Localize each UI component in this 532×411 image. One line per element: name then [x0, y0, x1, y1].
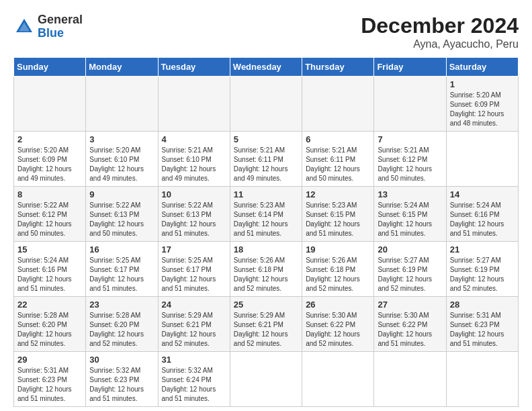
cell-info: Sunrise: 5:30 AM Sunset: 6:22 PM Dayligh… — [378, 311, 442, 349]
month-title: December 2024 — [361, 13, 519, 38]
cell-info: Sunrise: 5:28 AM Sunset: 6:20 PM Dayligh… — [17, 311, 82, 349]
calendar-cell: 30 Sunrise: 5:32 AM Sunset: 6:23 PM Dayl… — [86, 352, 158, 407]
header-row: SundayMondayTuesdayWednesdayThursdayFrid… — [14, 58, 519, 77]
day-number: 25 — [234, 300, 298, 310]
calendar-cell: 18 Sunrise: 5:26 AM Sunset: 6:18 PM Dayl… — [230, 242, 302, 297]
location: Ayna, Ayacucho, Peru — [361, 38, 519, 50]
calendar-cell: 8 Sunrise: 5:22 AM Sunset: 6:12 PM Dayli… — [14, 187, 86, 242]
day-number: 26 — [306, 300, 370, 310]
cell-info: Sunrise: 5:24 AM Sunset: 6:16 PM Dayligh… — [17, 256, 82, 293]
day-number: 5 — [234, 134, 298, 144]
header-day: Monday — [86, 58, 158, 77]
cell-info: Sunrise: 5:21 AM Sunset: 6:11 PM Dayligh… — [306, 146, 370, 183]
cell-info: Sunrise: 5:26 AM Sunset: 6:18 PM Dayligh… — [306, 256, 370, 293]
calendar-cell: 7 Sunrise: 5:21 AM Sunset: 6:12 PM Dayli… — [374, 132, 446, 187]
calendar-cell: 2 Sunrise: 5:20 AM Sunset: 6:09 PM Dayli… — [14, 132, 86, 187]
calendar-cell: 21 Sunrise: 5:27 AM Sunset: 6:19 PM Dayl… — [446, 242, 518, 297]
calendar-cell: 6 Sunrise: 5:21 AM Sunset: 6:11 PM Dayli… — [302, 132, 374, 187]
day-number: 11 — [234, 189, 298, 199]
header-day: Thursday — [302, 58, 374, 77]
calendar-cell: 4 Sunrise: 5:21 AM Sunset: 6:10 PM Dayli… — [158, 132, 230, 187]
day-number: 21 — [450, 244, 515, 255]
calendar-cell — [302, 352, 374, 407]
calendar-row: 2 Sunrise: 5:20 AM Sunset: 6:09 PM Dayli… — [14, 132, 519, 187]
logo-icon — [13, 16, 35, 38]
calendar-cell: 10 Sunrise: 5:22 AM Sunset: 6:13 PM Dayl… — [158, 187, 230, 242]
day-number: 17 — [162, 244, 226, 255]
cell-info: Sunrise: 5:25 AM Sunset: 6:17 PM Dayligh… — [162, 256, 226, 293]
calendar-cell: 11 Sunrise: 5:23 AM Sunset: 6:14 PM Dayl… — [230, 187, 302, 242]
cell-info: Sunrise: 5:21 AM Sunset: 6:12 PM Dayligh… — [378, 146, 442, 183]
day-number: 7 — [378, 134, 442, 144]
calendar-cell — [86, 77, 158, 132]
day-number: 16 — [89, 244, 154, 255]
calendar-cell: 25 Sunrise: 5:29 AM Sunset: 6:21 PM Dayl… — [230, 297, 302, 352]
calendar-cell — [446, 132, 518, 187]
cell-info: Sunrise: 5:22 AM Sunset: 6:13 PM Dayligh… — [162, 201, 226, 238]
cell-info: Sunrise: 5:21 AM Sunset: 6:11 PM Dayligh… — [234, 146, 298, 183]
logo-text: General Blue — [38, 13, 83, 40]
cell-info: Sunrise: 5:22 AM Sunset: 6:13 PM Dayligh… — [89, 201, 154, 238]
calendar-cell — [374, 77, 446, 132]
cell-info: Sunrise: 5:24 AM Sunset: 6:16 PM Dayligh… — [450, 201, 515, 238]
calendar-cell: 15 Sunrise: 5:24 AM Sunset: 6:16 PM Dayl… — [14, 242, 86, 297]
calendar-cell: 27 Sunrise: 5:30 AM Sunset: 6:22 PM Dayl… — [374, 297, 446, 352]
calendar-row: 22 Sunrise: 5:28 AM Sunset: 6:20 PM Dayl… — [14, 297, 519, 352]
calendar-cell: 26 Sunrise: 5:30 AM Sunset: 6:22 PM Dayl… — [302, 297, 374, 352]
calendar-cell — [230, 77, 302, 132]
day-number: 1 — [450, 79, 515, 89]
cell-info: Sunrise: 5:20 AM Sunset: 6:10 PM Dayligh… — [89, 146, 154, 183]
day-number: 13 — [378, 189, 442, 199]
cell-info: Sunrise: 5:27 AM Sunset: 6:19 PM Dayligh… — [450, 256, 515, 293]
cell-info: Sunrise: 5:23 AM Sunset: 6:14 PM Dayligh… — [234, 201, 298, 238]
day-number: 24 — [162, 300, 226, 310]
day-number: 4 — [162, 134, 226, 144]
day-number: 19 — [306, 244, 370, 255]
day-number: 6 — [306, 134, 370, 144]
calendar-cell: 29 Sunrise: 5:31 AM Sunset: 6:23 PM Dayl… — [14, 352, 86, 407]
calendar-cell: 9 Sunrise: 5:22 AM Sunset: 6:13 PM Dayli… — [86, 187, 158, 242]
cell-info: Sunrise: 5:28 AM Sunset: 6:20 PM Dayligh… — [89, 311, 154, 349]
day-number: 28 — [450, 300, 515, 310]
calendar-table: SundayMondayTuesdayWednesdayThursdayFrid… — [13, 57, 519, 407]
header-day: Wednesday — [230, 58, 302, 77]
calendar-cell: 23 Sunrise: 5:28 AM Sunset: 6:20 PM Dayl… — [86, 297, 158, 352]
day-number: 29 — [17, 355, 82, 365]
day-number: 23 — [89, 300, 154, 310]
day-number: 9 — [89, 189, 154, 199]
cell-info: Sunrise: 5:29 AM Sunset: 6:21 PM Dayligh… — [162, 311, 226, 349]
calendar-cell: 19 Sunrise: 5:26 AM Sunset: 6:18 PM Dayl… — [302, 242, 374, 297]
cell-info: Sunrise: 5:32 AM Sunset: 6:24 PM Dayligh… — [162, 366, 226, 404]
calendar-cell: 5 Sunrise: 5:21 AM Sunset: 6:11 PM Dayli… — [230, 132, 302, 187]
cell-info: Sunrise: 5:20 AM Sunset: 6:09 PM Dayligh… — [450, 91, 515, 128]
cell-info: Sunrise: 5:27 AM Sunset: 6:19 PM Dayligh… — [378, 256, 442, 293]
calendar-cell: 12 Sunrise: 5:23 AM Sunset: 6:15 PM Dayl… — [302, 187, 374, 242]
day-number: 8 — [17, 189, 82, 199]
cell-info: Sunrise: 5:32 AM Sunset: 6:23 PM Dayligh… — [89, 366, 154, 404]
calendar-row: 8 Sunrise: 5:22 AM Sunset: 6:12 PM Dayli… — [14, 187, 519, 242]
page-header: General Blue December 2024 Ayna, Ayacuch… — [13, 13, 519, 50]
calendar-cell — [230, 352, 302, 407]
cell-info: Sunrise: 5:24 AM Sunset: 6:15 PM Dayligh… — [378, 201, 442, 238]
calendar-row: 15 Sunrise: 5:24 AM Sunset: 6:16 PM Dayl… — [14, 242, 519, 297]
header-day: Friday — [374, 58, 446, 77]
day-number: 30 — [89, 355, 154, 365]
calendar-row: 1 Sunrise: 5:20 AM Sunset: 6:09 PM Dayli… — [14, 77, 519, 132]
cell-info: Sunrise: 5:26 AM Sunset: 6:18 PM Dayligh… — [234, 256, 298, 293]
logo: General Blue — [13, 13, 83, 40]
calendar-cell: 31 Sunrise: 5:32 AM Sunset: 6:24 PM Dayl… — [158, 352, 230, 407]
day-number: 18 — [234, 244, 298, 255]
calendar-cell: 20 Sunrise: 5:27 AM Sunset: 6:19 PM Dayl… — [374, 242, 446, 297]
calendar-row: 29 Sunrise: 5:31 AM Sunset: 6:23 PM Dayl… — [14, 352, 519, 407]
day-number: 22 — [17, 300, 82, 310]
day-number: 12 — [306, 189, 370, 199]
day-number: 31 — [162, 355, 226, 365]
cell-info: Sunrise: 5:21 AM Sunset: 6:10 PM Dayligh… — [162, 146, 226, 183]
calendar-cell: 1 Sunrise: 5:20 AM Sunset: 6:09 PM Dayli… — [446, 77, 518, 132]
day-number: 20 — [378, 244, 442, 255]
calendar-cell: 17 Sunrise: 5:25 AM Sunset: 6:17 PM Dayl… — [158, 242, 230, 297]
calendar-cell — [158, 77, 230, 132]
header-day: Tuesday — [158, 58, 230, 77]
calendar-cell: 13 Sunrise: 5:24 AM Sunset: 6:15 PM Dayl… — [374, 187, 446, 242]
cell-info: Sunrise: 5:25 AM Sunset: 6:17 PM Dayligh… — [89, 256, 154, 293]
